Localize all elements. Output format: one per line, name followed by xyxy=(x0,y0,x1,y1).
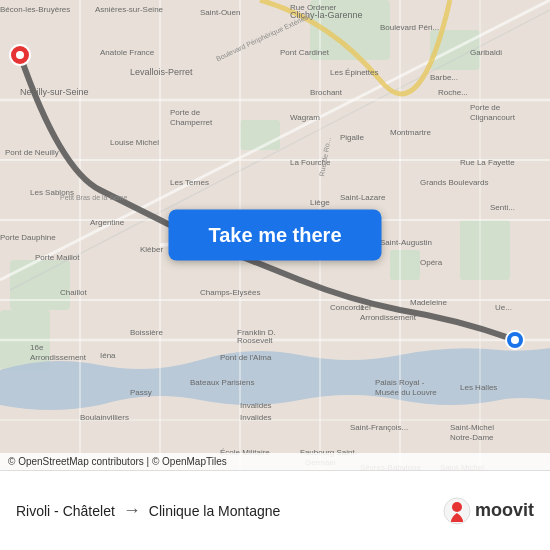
svg-text:Grands Boulevards: Grands Boulevards xyxy=(420,178,488,187)
svg-text:Pigalle: Pigalle xyxy=(340,133,365,142)
svg-text:Neuilly-sur-Seine: Neuilly-sur-Seine xyxy=(20,87,89,97)
svg-point-96 xyxy=(16,51,24,59)
bottom-bar: Rivoli - Châtelet → Clinique la Montagne… xyxy=(0,470,550,550)
svg-text:Anatole France: Anatole France xyxy=(100,48,155,57)
svg-text:Boulevard Péri...: Boulevard Péri... xyxy=(380,23,439,32)
svg-text:Bécon-les-Bruyères: Bécon-les-Bruyères xyxy=(0,5,70,14)
svg-text:Champs-Elysées: Champs-Elysées xyxy=(200,288,260,297)
svg-text:Musée du Louvre: Musée du Louvre xyxy=(375,388,437,397)
svg-text:Barbe...: Barbe... xyxy=(430,73,458,82)
svg-text:Saint-Ouen: Saint-Ouen xyxy=(200,8,240,17)
svg-text:Petit Bras de la Seine: Petit Bras de la Seine xyxy=(60,194,127,201)
from-label: Rivoli - Châtelet xyxy=(16,503,115,519)
svg-text:Passy: Passy xyxy=(130,388,152,397)
svg-text:Garibaldi: Garibaldi xyxy=(470,48,502,57)
svg-text:Saint-Michel: Saint-Michel xyxy=(450,423,494,432)
svg-text:Senti...: Senti... xyxy=(490,203,515,212)
svg-text:Chaillot: Chaillot xyxy=(60,288,87,297)
moovit-logo-icon xyxy=(443,497,471,525)
svg-text:Liège: Liège xyxy=(310,198,330,207)
svg-text:Argentine: Argentine xyxy=(90,218,125,227)
svg-text:Porte Maillot: Porte Maillot xyxy=(35,253,80,262)
svg-text:Les Épinettes: Les Épinettes xyxy=(330,68,378,77)
svg-text:Clignancourt: Clignancourt xyxy=(470,113,516,122)
svg-text:Ue...: Ue... xyxy=(495,303,512,312)
svg-text:Notre-Dame: Notre-Dame xyxy=(450,433,494,442)
svg-text:Invalides: Invalides xyxy=(240,413,272,422)
svg-text:Arrondissement: Arrondissement xyxy=(360,313,417,322)
svg-text:Asnières-sur-Seine: Asnières-sur-Seine xyxy=(95,5,164,14)
svg-text:Pont de Neuilly: Pont de Neuilly xyxy=(5,148,59,157)
svg-text:Champerret: Champerret xyxy=(170,118,213,127)
svg-point-98 xyxy=(452,502,462,512)
route-info: Rivoli - Châtelet → Clinique la Montagne xyxy=(16,500,443,521)
svg-text:Les Halles: Les Halles xyxy=(460,383,497,392)
svg-text:Montmartre: Montmartre xyxy=(390,128,431,137)
svg-text:16e: 16e xyxy=(30,343,44,352)
svg-text:Saint-Lazare: Saint-Lazare xyxy=(340,193,386,202)
svg-point-94 xyxy=(511,336,519,344)
to-label: Clinique la Montagne xyxy=(149,503,281,519)
svg-text:Porte Dauphine: Porte Dauphine xyxy=(0,233,56,242)
svg-rect-7 xyxy=(460,220,510,280)
svg-text:Boulainvilliers: Boulainvilliers xyxy=(80,413,129,422)
moovit-logo: moovit xyxy=(443,497,534,525)
svg-rect-3 xyxy=(240,120,280,150)
moovit-text: moovit xyxy=(475,500,534,521)
svg-text:Pont Cardinet: Pont Cardinet xyxy=(280,48,330,57)
svg-text:Les Ternes: Les Ternes xyxy=(170,178,209,187)
svg-text:Opéra: Opéra xyxy=(420,258,443,267)
svg-text:Rue Ordener: Rue Ordener xyxy=(290,3,337,12)
svg-text:Boissière: Boissière xyxy=(130,328,163,337)
svg-text:Porte de: Porte de xyxy=(170,108,201,117)
svg-text:Rue La Fayette: Rue La Fayette xyxy=(460,158,515,167)
svg-text:Saint-François...: Saint-François... xyxy=(350,423,408,432)
svg-text:Kléber: Kléber xyxy=(140,245,163,254)
route-arrow-icon: → xyxy=(123,500,141,521)
svg-text:Porte de: Porte de xyxy=(470,103,501,112)
svg-text:Levallois-Perret: Levallois-Perret xyxy=(130,67,193,77)
svg-text:Wagram: Wagram xyxy=(290,113,320,122)
svg-text:Pont de l'Alma: Pont de l'Alma xyxy=(220,353,272,362)
svg-text:Louise Michel: Louise Michel xyxy=(110,138,159,147)
svg-text:Arrondissement: Arrondissement xyxy=(30,353,87,362)
map-container: Clichy-la-Garenne Neuilly-sur-Seine Leva… xyxy=(0,0,550,470)
svg-text:Madeleine: Madeleine xyxy=(410,298,447,307)
svg-text:Bateaux Parisiens: Bateaux Parisiens xyxy=(190,378,254,387)
svg-text:Iéna: Iéna xyxy=(100,351,116,360)
svg-text:Roosevelt: Roosevelt xyxy=(237,336,273,345)
svg-text:Roche...: Roche... xyxy=(438,88,468,97)
svg-text:Saint-Augustin: Saint-Augustin xyxy=(380,238,432,247)
attribution-text: © OpenStreetMap contributors | © OpenMap… xyxy=(8,456,227,467)
svg-text:Invalides: Invalides xyxy=(240,401,272,410)
svg-rect-6 xyxy=(390,250,420,280)
take-me-there-button[interactable]: Take me there xyxy=(168,210,381,261)
svg-text:Concorde: Concorde xyxy=(330,303,365,312)
svg-text:Palais Royal -: Palais Royal - xyxy=(375,378,425,387)
svg-text:Brochant: Brochant xyxy=(310,88,343,97)
map-attribution: © OpenStreetMap contributors | © OpenMap… xyxy=(0,453,550,470)
